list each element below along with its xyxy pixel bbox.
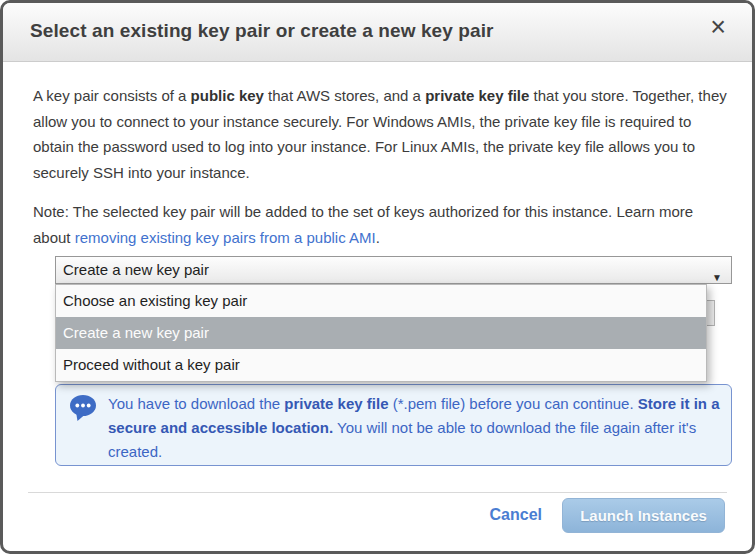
key-pair-type-select[interactable]: Create a new key pair ▼ [55,256,732,284]
private-key-file-warning-bold: private key file [284,395,388,412]
close-icon[interactable]: × [710,14,726,41]
removing-key-pairs-link[interactable]: removing existing key pairs from a publi… [75,229,376,246]
note-paragraph: Note: The selected key pair will be adde… [33,199,733,250]
option-choose-existing-key-pair[interactable]: Choose an existing key pair [56,285,706,317]
launch-instances-button[interactable]: Launch Instances [562,498,725,533]
cancel-button[interactable]: Cancel [490,506,542,524]
download-warning-text: You have to download the private key fil… [108,392,730,464]
download-warning-box: You have to download the private key fil… [55,384,732,466]
option-create-new-key-pair[interactable]: Create a new key pair [56,317,706,349]
public-key-bold: public key [191,87,264,104]
warning-text-1: You have to download the [108,395,284,412]
modal-header: Select an existing key pair or create a … [3,3,752,62]
note-text-2: . [376,229,380,246]
selected-option-label: Create a new key pair [63,261,209,278]
key-pair-type-dropdown: Choose an existing key pair Create a new… [55,284,707,382]
key-pair-description: A key pair consists of a public key that… [33,83,733,185]
option-proceed-without-key-pair[interactable]: Proceed without a key pair [56,349,706,381]
modal-title: Select an existing key pair or create a … [30,20,494,42]
dropdown-arrow-icon: ▼ [712,265,722,291]
intro-text-2: that AWS stores, and a [264,87,425,104]
warning-text-2: (*.pem file) before you can continue. [389,395,638,412]
modal-footer: Cancel Launch Instances [28,492,727,551]
intro-text-1: A key pair consists of a [33,87,191,104]
key-pair-modal: Select an existing key pair or create a … [0,0,755,554]
speech-bubble-icon [69,394,97,426]
private-key-file-bold: private key file [425,87,529,104]
